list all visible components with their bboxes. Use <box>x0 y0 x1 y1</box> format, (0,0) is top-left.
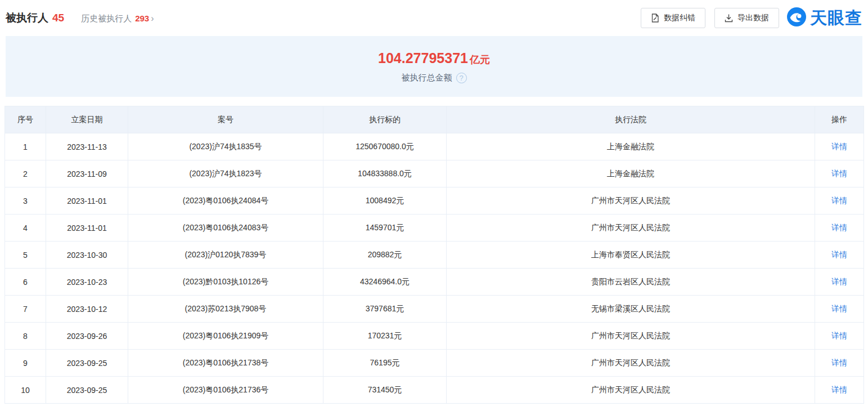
cell-court: 上海金融法院 <box>447 133 815 160</box>
table-row: 2 2023-11-09 (2023)沪74执1823号 104833888.0… <box>5 160 864 187</box>
col-header-case: 案号 <box>128 106 323 133</box>
table-row: 7 2023-10-12 (2023)苏0213执7908号 3797681元 … <box>5 296 864 323</box>
detail-link[interactable]: 详情 <box>831 385 847 394</box>
total-amount-value: 104.27795371 <box>378 50 468 66</box>
cell-index: 3 <box>5 187 46 215</box>
cell-date: 2023-09-25 <box>46 350 128 377</box>
detail-link[interactable]: 详情 <box>831 358 847 367</box>
document-correction-icon <box>651 14 659 23</box>
cell-court: 广州市天河区人民法院 <box>447 187 815 215</box>
cell-date: 2023-11-01 <box>46 215 128 242</box>
cell-case-no: (2023)粤0106执24083号 <box>128 215 323 242</box>
page-title-count: 45 <box>52 12 64 24</box>
export-data-button[interactable]: 导出数据 <box>714 8 779 28</box>
cell-index: 8 <box>5 323 46 350</box>
tianyancha-logo-icon <box>787 7 806 29</box>
table-row: 8 2023-09-26 (2023)粤0106执21909号 170231元 … <box>5 323 864 350</box>
cell-amount: 731450元 <box>323 377 447 404</box>
history-link[interactable]: 历史被执行人 293 › <box>81 14 154 24</box>
data-correction-label: 数据纠错 <box>664 13 695 23</box>
cell-court: 广州市天河区人民法院 <box>447 350 815 377</box>
detail-link[interactable]: 详情 <box>831 250 847 259</box>
detail-link[interactable]: 详情 <box>831 277 847 286</box>
cell-date: 2023-11-01 <box>46 187 128 215</box>
cell-action: 详情 <box>815 377 864 404</box>
download-icon <box>725 14 733 23</box>
cell-amount: 170231元 <box>323 323 447 350</box>
cell-action: 详情 <box>815 242 864 269</box>
top-bar: 被执行人 45 历史被执行人 293 › 数据纠错 导出数据 <box>0 0 868 36</box>
enforcement-table-wrap: 序号 立案日期 案号 执行标的 执行法院 操作 1 2023-11-13 (20… <box>5 106 863 404</box>
col-header-date: 立案日期 <box>46 106 128 133</box>
total-amount-unit: 亿元 <box>470 53 490 66</box>
cell-action: 详情 <box>815 133 864 160</box>
cell-amount: 76195元 <box>323 350 447 377</box>
col-header-action: 操作 <box>815 106 864 133</box>
table-row: 1 2023-11-13 (2023)沪74执1835号 1250670080.… <box>5 133 864 160</box>
cell-amount: 209882元 <box>323 242 447 269</box>
cell-index: 7 <box>5 296 46 323</box>
cell-amount: 1250670080.0元 <box>323 133 447 160</box>
col-header-court: 执行法院 <box>447 106 815 133</box>
cell-index: 4 <box>5 215 46 242</box>
total-amount-label: 被执行总金额 <box>402 73 452 83</box>
cell-action: 详情 <box>815 215 864 242</box>
cell-index: 2 <box>5 160 46 187</box>
detail-link[interactable]: 详情 <box>831 196 847 205</box>
cell-court: 上海金融法院 <box>447 160 815 187</box>
tianyancha-logo[interactable]: 天眼查 <box>787 7 862 29</box>
history-count: 293 <box>135 14 149 23</box>
detail-link[interactable]: 详情 <box>831 169 847 178</box>
detail-link[interactable]: 详情 <box>831 304 847 313</box>
table-body: 1 2023-11-13 (2023)沪74执1835号 1250670080.… <box>5 133 864 404</box>
cell-date: 2023-09-26 <box>46 323 128 350</box>
cell-action: 详情 <box>815 350 864 377</box>
cell-court: 广州市天河区人民法院 <box>447 377 815 404</box>
enforcement-table: 序号 立案日期 案号 执行标的 执行法院 操作 1 2023-11-13 (20… <box>5 106 864 404</box>
cell-date: 2023-11-09 <box>46 160 128 187</box>
help-icon[interactable]: ? <box>456 73 467 83</box>
cell-case-no: (2023)粤0106执21909号 <box>128 323 323 350</box>
cell-date: 2023-11-13 <box>46 133 128 160</box>
table-row: 6 2023-10-23 (2023)黔0103执10126号 43246964… <box>5 269 864 296</box>
cell-action: 详情 <box>815 296 864 323</box>
cell-case-no: (2023)黔0103执10126号 <box>128 269 323 296</box>
detail-link[interactable]: 详情 <box>831 331 847 340</box>
page-title: 被执行人 <box>6 11 48 25</box>
table-row: 5 2023-10-30 (2023)沪0120执7839号 209882元 上… <box>5 242 864 269</box>
summary-banner: 104.27795371 亿元 被执行总金额 ? <box>6 36 862 97</box>
cell-date: 2023-10-23 <box>46 269 128 296</box>
cell-court: 贵阳市云岩区人民法院 <box>447 269 815 296</box>
cell-date: 2023-10-30 <box>46 242 128 269</box>
cell-court: 广州市天河区人民法院 <box>447 215 815 242</box>
cell-case-no: (2023)粤0106执21738号 <box>128 350 323 377</box>
cell-court: 无锡市梁溪区人民法院 <box>447 296 815 323</box>
cell-amount: 1008492元 <box>323 187 447 215</box>
cell-amount: 1459701元 <box>323 215 447 242</box>
table-row: 9 2023-09-25 (2023)粤0106执21738号 76195元 广… <box>5 350 864 377</box>
col-header-index: 序号 <box>5 106 46 133</box>
export-data-label: 导出数据 <box>737 13 769 23</box>
cell-action: 详情 <box>815 187 864 215</box>
detail-link[interactable]: 详情 <box>831 223 847 232</box>
cell-amount: 104833888.0元 <box>323 160 447 187</box>
cell-court: 广州市天河区人民法院 <box>447 323 815 350</box>
cell-action: 详情 <box>815 160 864 187</box>
cell-action: 详情 <box>815 323 864 350</box>
cell-case-no: (2023)苏0213执7908号 <box>128 296 323 323</box>
history-label: 历史被执行人 <box>81 14 132 24</box>
detail-link[interactable]: 详情 <box>831 142 847 151</box>
table-header-row: 序号 立案日期 案号 执行标的 执行法院 操作 <box>5 106 864 133</box>
cell-case-no: (2023)沪0120执7839号 <box>128 242 323 269</box>
chevron-right-icon: › <box>151 14 154 24</box>
cell-amount: 3797681元 <box>323 296 447 323</box>
cell-index: 5 <box>5 242 46 269</box>
table-row: 3 2023-11-01 (2023)粤0106执24084号 1008492元… <box>5 187 864 215</box>
cell-index: 1 <box>5 133 46 160</box>
data-correction-button[interactable]: 数据纠错 <box>641 8 705 28</box>
cell-court: 上海市奉贤区人民法院 <box>447 242 815 269</box>
cell-case-no: (2023)粤0106执21736号 <box>128 377 323 404</box>
cell-index: 10 <box>5 377 46 404</box>
tianyancha-logo-text: 天眼查 <box>810 10 862 26</box>
cell-case-no: (2023)粤0106执24084号 <box>128 187 323 215</box>
